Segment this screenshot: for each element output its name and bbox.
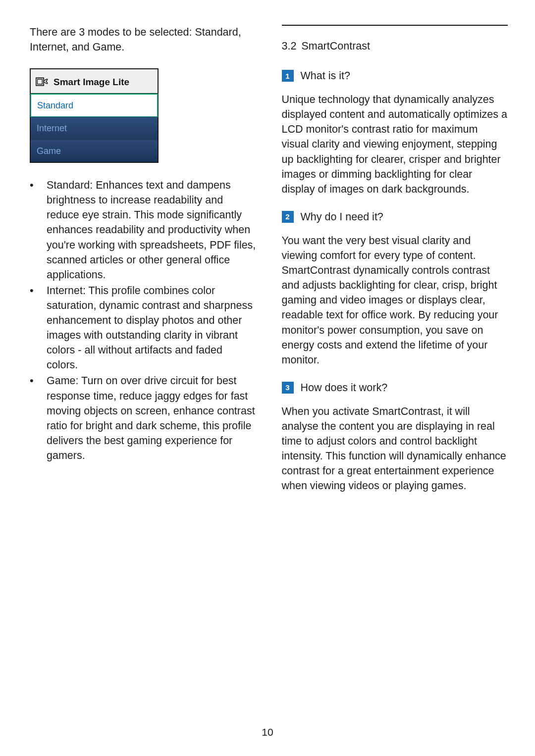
question-row: 1 What is it?	[282, 68, 508, 83]
question-row: 3 How does it work?	[282, 380, 508, 395]
svg-rect-1	[38, 79, 43, 84]
list-item: Game: Turn on over drive circuit for bes…	[42, 373, 256, 463]
bullet-label: Game:	[47, 375, 79, 387]
menu-header: Smart Image Lite	[31, 69, 158, 94]
page-content: There are 3 modes to be selected: Standa…	[0, 0, 535, 506]
page-number: 10	[0, 725, 535, 739]
question-badge: 2	[282, 211, 294, 223]
bullet-text: Enhances text and dampens brightness to …	[47, 179, 256, 281]
left-column: There are 3 modes to be selected: Standa…	[30, 25, 256, 506]
question-text: How does it work?	[301, 380, 388, 395]
section-number: 3.2	[282, 39, 297, 53]
section-rule	[282, 25, 508, 26]
menu-item-game[interactable]: Game	[31, 140, 158, 162]
menu-item-label: Game	[37, 146, 61, 156]
menu-item-standard[interactable]: Standard	[30, 94, 158, 117]
question-badge: 3	[282, 382, 294, 394]
question-badge: 1	[282, 70, 294, 82]
menu-item-internet[interactable]: Internet	[31, 117, 158, 140]
bullet-text: Turn on over drive circuit for best resp…	[47, 375, 255, 461]
bullet-label: Internet:	[47, 285, 86, 297]
menu-item-label: Internet	[37, 123, 67, 133]
mode-descriptions: Standard: Enhances text and dampens brig…	[30, 178, 256, 463]
answer-text: You want the very best visual clarity an…	[282, 233, 508, 367]
question-row: 2 Why do I need it?	[282, 209, 508, 224]
intro-text: There are 3 modes to be selected: Standa…	[30, 25, 256, 54]
bullet-text: This profile combines color saturation, …	[47, 285, 253, 371]
list-item: Internet: This profile combines color sa…	[42, 283, 256, 373]
list-item: Standard: Enhances text and dampens brig…	[42, 178, 256, 282]
smart-image-lite-menu: Smart Image Lite Standard Internet Game	[30, 68, 159, 163]
question-text: Why do I need it?	[301, 209, 383, 224]
answer-text: When you activate SmartContrast, it will…	[282, 404, 508, 494]
answer-text: Unique technology that dynamically analy…	[282, 92, 508, 197]
question-text: What is it?	[301, 68, 350, 83]
menu-title: Smart Image Lite	[54, 77, 129, 87]
menu-item-label: Standard	[37, 101, 73, 110]
section-heading: 3.2 SmartContrast	[282, 39, 508, 53]
right-column: 3.2 SmartContrast 1 What is it? Unique t…	[282, 25, 508, 506]
section-title: SmartContrast	[301, 39, 370, 53]
smart-image-icon	[36, 76, 50, 87]
bullet-label: Standard:	[47, 179, 93, 191]
